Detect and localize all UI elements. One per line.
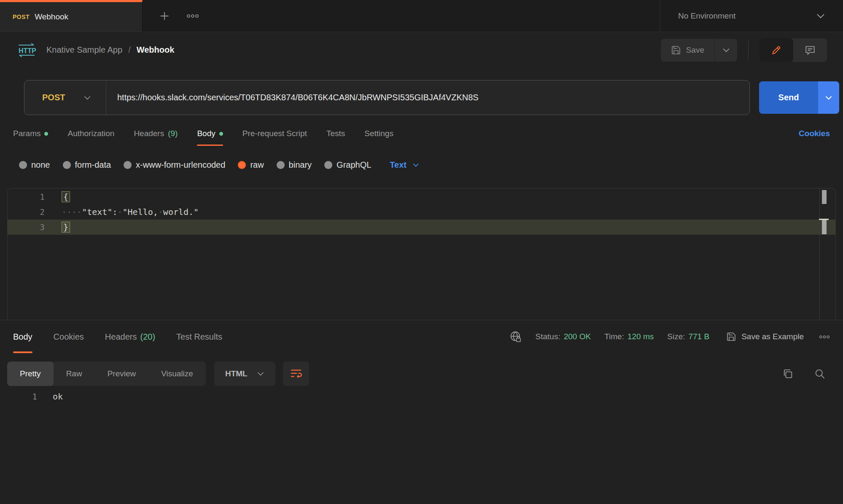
- environment-selector[interactable]: No Environment: [660, 0, 843, 32]
- method-selector[interactable]: POST: [24, 80, 106, 115]
- toolbar-divider: [748, 40, 749, 60]
- tab-authorization[interactable]: Authorization: [67, 121, 114, 146]
- network-globe-lock-icon[interactable]: [509, 330, 522, 343]
- line-number: 2: [8, 207, 45, 217]
- tab-pre-request-script[interactable]: Pre-request Script: [242, 121, 307, 146]
- save-as-example-button[interactable]: Save as Example: [726, 332, 804, 342]
- search-icon: [814, 368, 826, 380]
- status-value[interactable]: 200 OK: [564, 332, 591, 341]
- chevron-down-icon: [816, 13, 825, 19]
- view-raw-button[interactable]: Raw: [54, 362, 95, 386]
- response-format-label: HTML: [225, 369, 248, 378]
- mode-graphql[interactable]: GraphQL: [324, 160, 371, 170]
- response-line-text: ok: [37, 391, 63, 402]
- radio-icon[interactable]: [277, 161, 285, 169]
- view-visualize-button[interactable]: Visualize: [148, 362, 206, 386]
- size-label: Size:: [667, 332, 685, 341]
- raw-language-selector[interactable]: Text: [390, 160, 419, 170]
- radio-icon[interactable]: [324, 161, 332, 169]
- mode-binary[interactable]: binary: [277, 160, 312, 170]
- bracket-highlight: }: [62, 222, 70, 233]
- save-button[interactable]: Save: [661, 39, 714, 62]
- response-header: Body Cookies Headers (20) Test Results S…: [0, 320, 843, 353]
- url-bar: POST https://hooks.slack.com/services/T0…: [24, 80, 750, 115]
- radio-icon[interactable]: [63, 161, 71, 169]
- http-request-icon: HTTP: [16, 42, 37, 58]
- wrap-line-button[interactable]: [283, 362, 309, 386]
- response-view-switcher: Pretty Raw Preview Visualize: [7, 362, 206, 386]
- mode-raw[interactable]: raw: [238, 160, 264, 170]
- tab-params-label: Params: [13, 129, 40, 138]
- response-tab-body[interactable]: Body: [13, 320, 32, 353]
- save-as-example-label: Save as Example: [741, 332, 804, 341]
- editor-cursor-marker-bar: [822, 220, 827, 234]
- search-response-button[interactable]: [814, 368, 826, 380]
- mode-none-label: none: [31, 160, 50, 170]
- body-mode-options: none form-data x-www-form-urlencoded raw…: [0, 153, 843, 177]
- response-tab-headers-label: Headers: [105, 332, 137, 342]
- response-headers-count-badge: (20): [140, 332, 155, 342]
- comments-button[interactable]: [793, 38, 827, 62]
- url-input[interactable]: https://hooks.slack.com/services/T06TD83…: [106, 80, 749, 115]
- radio-icon[interactable]: [124, 161, 132, 169]
- plus-icon: [159, 10, 170, 22]
- chevron-down-icon: [83, 95, 91, 100]
- raw-language-label: Text: [390, 160, 407, 170]
- bracket-highlight: {: [62, 191, 70, 202]
- tab-body[interactable]: Body: [197, 121, 223, 146]
- mode-none[interactable]: none: [19, 160, 50, 170]
- editor-code: ····"text":·"Hello,·world.": [45, 207, 199, 217]
- mode-x-www-form-urlencoded-label: x-www-form-urlencoded: [136, 160, 225, 170]
- json-key: "text":: [82, 207, 117, 217]
- response-tab-headers[interactable]: Headers (20): [105, 320, 155, 353]
- view-preview-button[interactable]: Preview: [95, 362, 149, 386]
- tab-settings[interactable]: Settings: [364, 121, 393, 146]
- copy-response-button[interactable]: [782, 368, 794, 380]
- tab-pre-request-script-label: Pre-request Script: [242, 129, 307, 138]
- editor-scrollbar-thumb[interactable]: [822, 190, 827, 204]
- editor-line-1[interactable]: 1 {: [8, 189, 835, 204]
- more-options-icon: [819, 335, 830, 339]
- response-body-line[interactable]: 1 ok: [0, 389, 843, 405]
- tab-options-button[interactable]: [186, 14, 199, 18]
- response-tab-cookies-label: Cookies: [54, 332, 84, 342]
- view-pretty-button[interactable]: Pretty: [7, 362, 54, 386]
- breadcrumb-request-name[interactable]: Webhook: [137, 45, 175, 55]
- tab-params[interactable]: Params: [13, 121, 48, 146]
- mode-form-data[interactable]: form-data: [63, 160, 111, 170]
- send-button[interactable]: Send: [759, 81, 818, 114]
- editor-line-2[interactable]: 2 ····"text":·"Hello,·world.": [8, 204, 835, 220]
- response-options-button[interactable]: [819, 335, 830, 339]
- line-number: 1: [8, 192, 45, 201]
- request-tabs: Params Authorization Headers (9) Body Pr…: [0, 121, 843, 146]
- save-icon: [671, 45, 681, 55]
- request-body-editor[interactable]: 1 { 2 ····"text":·"Hello,·world." 3 }: [7, 188, 836, 320]
- radio-icon[interactable]: [19, 161, 27, 169]
- request-toolbar: HTTP Knative Sample App / Webhook Save: [0, 32, 843, 67]
- mode-binary-label: binary: [289, 160, 312, 170]
- tab-method-label: POST: [13, 13, 30, 20]
- tab-headers[interactable]: Headers (9): [134, 121, 178, 146]
- response-tab-test-results[interactable]: Test Results: [176, 320, 222, 353]
- breadcrumb-collection[interactable]: Knative Sample App: [46, 45, 122, 55]
- new-tab-button[interactable]: [159, 10, 170, 22]
- editor-line-3-active[interactable]: 3 }: [8, 220, 835, 235]
- save-options-button[interactable]: [714, 39, 737, 62]
- send-options-button[interactable]: [818, 81, 839, 114]
- line-number: 3: [8, 223, 45, 232]
- time-value[interactable]: 120 ms: [628, 332, 654, 341]
- tab-body-label: Body: [197, 129, 215, 138]
- response-tab-cookies[interactable]: Cookies: [54, 320, 84, 353]
- body-modified-dot: [219, 132, 223, 136]
- params-modified-dot: [44, 132, 48, 136]
- tab-tests[interactable]: Tests: [326, 121, 345, 146]
- editor-code: {: [45, 192, 70, 202]
- status-label: Status:: [536, 332, 560, 341]
- open-request-tab[interactable]: POST Webhook: [0, 0, 143, 32]
- mode-x-www-form-urlencoded[interactable]: x-www-form-urlencoded: [124, 160, 225, 170]
- edit-request-button[interactable]: [760, 38, 793, 62]
- response-format-selector[interactable]: HTML: [214, 362, 275, 386]
- cookies-link[interactable]: Cookies: [799, 129, 830, 138]
- radio-selected-icon[interactable]: [238, 161, 246, 169]
- size-value[interactable]: 771 B: [688, 332, 709, 341]
